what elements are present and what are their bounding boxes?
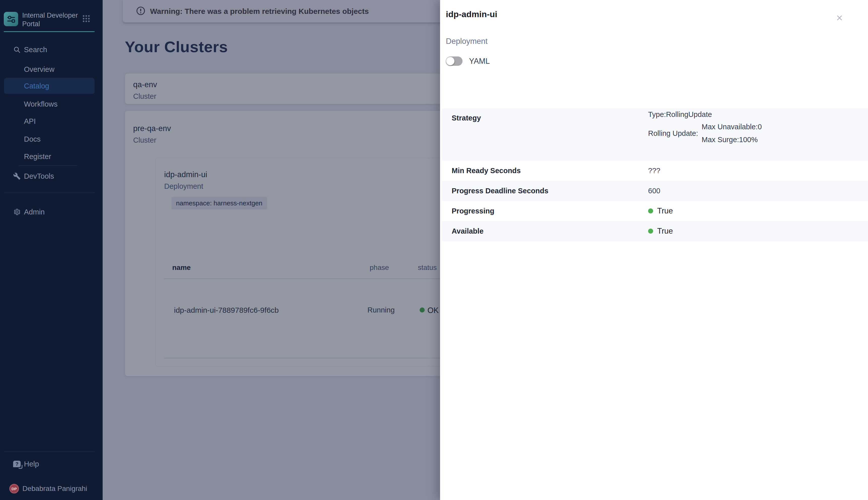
sidebar-item-register[interactable]: Register — [0, 149, 103, 163]
user-name: Debabrata Panigrahi — [22, 485, 87, 493]
max-surge: Max Surge:100% — [702, 136, 762, 144]
yaml-toggle-row[interactable]: YAML — [446, 56, 490, 66]
close-button[interactable] — [833, 11, 847, 25]
sidebar-item-overview[interactable]: Overview — [0, 62, 103, 76]
drawer-title: idp-admin-ui — [446, 9, 497, 19]
yaml-toggle-switch[interactable] — [446, 56, 463, 66]
sidebar: Internal Developer Portal Search Overvie… — [0, 0, 103, 500]
property-row-progress-deadline-seconds: Progress Deadline Seconds 600 — [442, 181, 868, 201]
sidebar-divider — [4, 451, 94, 452]
sidebar-item-workflows[interactable]: Workflows — [0, 97, 103, 111]
sidebar-item-catalog[interactable]: Catalog — [4, 78, 94, 94]
property-row-progressing: Progressing True — [442, 201, 868, 221]
property-row-strategy: Strategy Type:RollingUpdate Rolling Upda… — [442, 109, 868, 160]
search-icon — [13, 46, 21, 54]
strategy-value: Type:RollingUpdate Rolling Update: Max U… — [648, 109, 868, 144]
sidebar-item-label: Search — [24, 46, 47, 54]
sidebar-item-label: Catalog — [24, 82, 49, 90]
property-value: True — [648, 206, 868, 215]
status-true-dot — [648, 229, 653, 234]
drawer-subtitle: Deployment — [446, 37, 488, 46]
sidebar-divider — [19, 165, 77, 166]
deployment-details-drawer: idp-admin-ui Deployment YAML Strategy Ty… — [440, 0, 868, 500]
sidebar-item-search[interactable]: Search — [0, 43, 103, 57]
property-label: Progress Deadline Seconds — [452, 187, 648, 195]
sidebar-item-api[interactable]: API — [0, 114, 103, 128]
sidebar-accent-divider — [4, 31, 94, 32]
sidebar-item-label: Register — [24, 152, 51, 161]
avatar: DP — [9, 484, 19, 493]
property-value: True — [648, 227, 868, 236]
property-value: 600 — [648, 187, 868, 195]
sidebar-item-label: Admin — [24, 208, 45, 216]
property-label: Min Ready Seconds — [452, 167, 648, 175]
max-unavailable: Max Unavailable:0 — [702, 123, 762, 131]
sliders-logo-icon — [5, 14, 16, 25]
yaml-toggle-label: YAML — [469, 57, 490, 66]
sidebar-item-docs[interactable]: Docs — [0, 132, 103, 146]
status-true-dot — [648, 208, 653, 214]
apps-grid-icon[interactable] — [82, 14, 91, 24]
sidebar-divider — [4, 193, 94, 193]
property-label: Strategy — [452, 109, 648, 122]
sidebar-item-label: Overview — [24, 65, 55, 73]
gear-icon — [13, 208, 21, 216]
property-label: Progressing — [452, 207, 648, 215]
wrench-icon — [13, 172, 21, 180]
sidebar-item-label: Workflows — [24, 100, 57, 109]
app-title: Internal Developer Portal — [22, 11, 78, 28]
property-row-available: Available True — [442, 221, 868, 241]
sidebar-item-admin[interactable]: Admin — [0, 205, 103, 219]
app-title-line1: Internal Developer — [22, 11, 78, 20]
sidebar-item-user[interactable]: DP Debabrata Panigrahi — [0, 481, 103, 496]
property-label: Available — [452, 227, 648, 235]
sidebar-item-label: DevTools — [24, 172, 54, 180]
sidebar-item-label: API — [24, 117, 36, 125]
toggle-knob — [446, 57, 454, 65]
property-value: ??? — [648, 167, 868, 175]
sidebar-item-label: Help — [24, 460, 39, 468]
close-icon — [835, 14, 844, 23]
deployment-properties-table: Strategy Type:RollingUpdate Rolling Upda… — [442, 109, 868, 241]
strategy-type: Type:RollingUpdate — [648, 110, 868, 119]
property-row-min-ready-seconds: Min Ready Seconds ??? — [442, 160, 868, 181]
sidebar-item-help[interactable]: ? Help — [0, 457, 103, 471]
rolling-update-label: Rolling Update: — [648, 129, 698, 138]
app-logo[interactable] — [4, 12, 18, 26]
sidebar-item-label: Docs — [24, 135, 41, 144]
help-chat-icon: ? — [13, 461, 21, 467]
app-title-line2: Portal — [22, 20, 78, 28]
sidebar-item-devtools[interactable]: DevTools — [0, 169, 103, 183]
